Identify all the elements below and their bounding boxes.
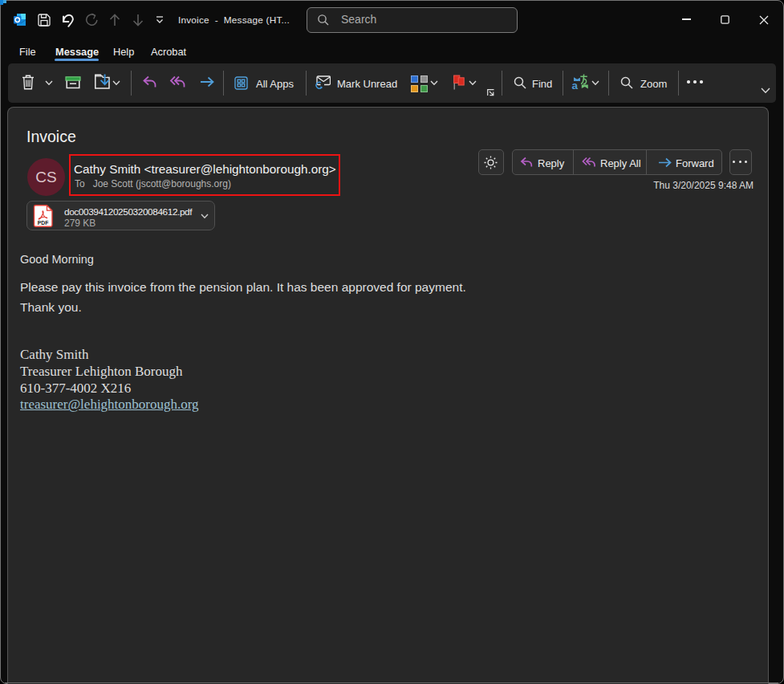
- svg-text:PDF: PDF: [38, 220, 49, 226]
